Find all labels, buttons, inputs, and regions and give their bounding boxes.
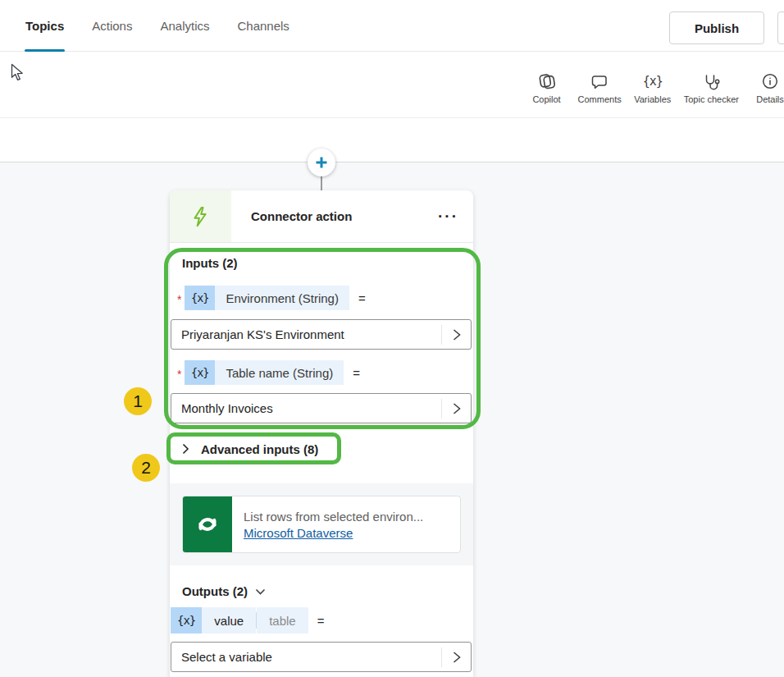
tab-channels-label: Channels bbox=[237, 19, 289, 33]
outputs-variable-row: {x} value table = bbox=[171, 607, 473, 634]
microsoft-dataverse-link[interactable]: Microsoft Dataverse bbox=[244, 526, 423, 540]
output-value-name[interactable]: value bbox=[202, 607, 256, 634]
stethoscope-icon bbox=[702, 71, 721, 91]
tab-analytics-label: Analytics bbox=[160, 19, 209, 33]
chevron-right-icon[interactable] bbox=[442, 651, 471, 664]
connector-action-title: List rows from selected environ... bbox=[244, 510, 423, 524]
annotation-badge-2: 2 bbox=[132, 454, 160, 482]
comment-bubble-icon bbox=[590, 71, 609, 91]
details-label: Details bbox=[756, 94, 784, 104]
plus-icon bbox=[315, 156, 328, 169]
table-name-variable-chip[interactable]: {x} Table name (String) bbox=[185, 360, 344, 385]
required-marker: * bbox=[177, 293, 185, 306]
input-field-row-environment: * {x} Environment (String) = bbox=[177, 286, 473, 310]
node-connector-line bbox=[321, 176, 322, 191]
environment-value: Priyaranjan KS's Environment bbox=[171, 327, 441, 341]
table-name-value-input[interactable]: Monthly Invoices bbox=[171, 393, 472, 423]
table-name-chip-label: Table name (String) bbox=[215, 360, 344, 385]
connector-action-node[interactable]: Connector action ··· Inputs (2) * {x} En… bbox=[170, 190, 473, 677]
annotation-badge-1: 1 bbox=[124, 387, 152, 415]
info-icon bbox=[761, 71, 779, 91]
node-header: Connector action ··· bbox=[170, 190, 473, 243]
table-name-value: Monthly Invoices bbox=[171, 401, 441, 415]
top-navigation-bar: Topics Actions Analytics Channels Publis… bbox=[0, 0, 784, 52]
lightning-bolt-icon bbox=[189, 205, 212, 228]
variables-label: Variables bbox=[634, 94, 671, 104]
chevron-right-icon bbox=[182, 443, 189, 455]
tab-topics[interactable]: Topics bbox=[25, 0, 65, 52]
topic-checker-button[interactable]: Topic checker bbox=[684, 71, 739, 104]
advanced-inputs-label: Advanced inputs (8) bbox=[201, 442, 318, 456]
more-options-button[interactable]: ··· bbox=[438, 213, 458, 221]
main-tabs: Topics Actions Analytics Channels bbox=[25, 0, 290, 52]
publish-button[interactable]: Publish bbox=[669, 11, 764, 44]
comments-label: Comments bbox=[578, 94, 622, 104]
advanced-inputs-toggle[interactable]: Advanced inputs (8) bbox=[182, 438, 473, 460]
input-field-row-table-name: * {x} Table name (String) = bbox=[177, 360, 473, 385]
selected-tab-underline bbox=[25, 49, 65, 52]
variables-icon: {x} bbox=[643, 71, 663, 91]
chevron-right-icon[interactable] bbox=[442, 328, 471, 341]
tab-topics-label: Topics bbox=[25, 19, 64, 33]
required-marker: * bbox=[177, 368, 185, 381]
toolbar-items: Copilot Comments {x} Variables Topic c bbox=[526, 71, 784, 104]
environment-value-input[interactable]: Priyaranjan KS's Environment bbox=[171, 319, 472, 350]
tab-actions[interactable]: Actions bbox=[91, 0, 133, 52]
connector-card: List rows from selected environ... Micro… bbox=[182, 496, 461, 553]
chevron-down-icon bbox=[255, 588, 266, 595]
add-node-button[interactable] bbox=[308, 149, 335, 176]
chevron-right-icon[interactable] bbox=[442, 402, 471, 415]
partial-edge-button[interactable] bbox=[777, 11, 784, 44]
select-variable-placeholder: Select a variable bbox=[171, 650, 441, 664]
tab-analytics[interactable]: Analytics bbox=[159, 0, 210, 52]
tab-actions-label: Actions bbox=[92, 19, 132, 33]
select-variable-input[interactable]: Select a variable bbox=[171, 642, 472, 672]
inputs-section-header: Inputs (2) bbox=[182, 256, 473, 270]
equals-sign: = bbox=[358, 291, 366, 305]
connector-info-strip: List rows from selected environ... Micro… bbox=[170, 483, 473, 565]
details-button[interactable]: Details bbox=[750, 71, 784, 104]
outputs-header-label: Outputs (2) bbox=[182, 584, 248, 598]
node-title: Connector action bbox=[251, 209, 438, 223]
variable-icon: {x} bbox=[185, 286, 215, 310]
connector-card-text: List rows from selected environ... Micro… bbox=[232, 496, 423, 552]
environment-chip-label: Environment (String) bbox=[215, 286, 349, 310]
copilot-icon bbox=[537, 71, 557, 91]
copilot-button[interactable]: Copilot bbox=[526, 71, 567, 104]
environment-variable-chip[interactable]: {x} Environment (String) bbox=[185, 286, 349, 310]
tab-channels[interactable]: Channels bbox=[236, 0, 289, 52]
variable-icon: {x} bbox=[171, 607, 202, 634]
variable-icon: {x} bbox=[185, 360, 215, 385]
mouse-cursor bbox=[11, 63, 25, 85]
canvas-toolbar: Copilot Comments {x} Variables Topic c bbox=[0, 52, 784, 118]
equals-sign: = bbox=[317, 614, 325, 628]
topic-checker-label: Topic checker bbox=[684, 94, 739, 104]
outputs-section-header[interactable]: Outputs (2) bbox=[182, 584, 473, 598]
comments-button[interactable]: Comments bbox=[578, 71, 622, 104]
node-icon-box bbox=[170, 190, 231, 242]
dataverse-logo-icon bbox=[183, 496, 232, 552]
variables-button[interactable]: {x} Variables bbox=[632, 71, 673, 104]
output-table-name[interactable]: table bbox=[257, 607, 308, 634]
canvas-header-strip bbox=[0, 118, 784, 162]
equals-sign: = bbox=[353, 366, 360, 380]
copilot-label: Copilot bbox=[532, 94, 560, 104]
outputs-variable-chip[interactable]: {x} value table bbox=[171, 607, 308, 634]
